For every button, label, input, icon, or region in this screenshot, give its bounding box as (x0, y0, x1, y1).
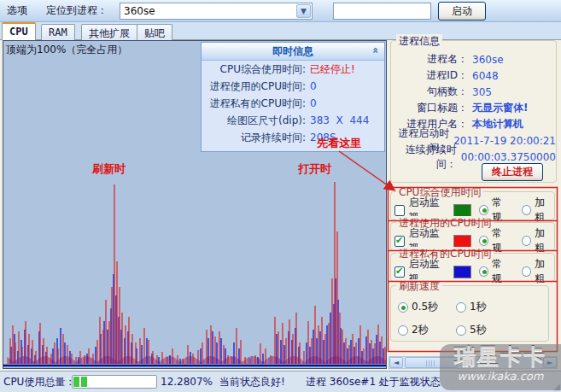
process-monitor-status: 进程 360se#1 处于监视状态 (306, 375, 441, 389)
scroll-left-icon[interactable]: ◄ (389, 357, 403, 368)
process-info-group: 进程信息 进程名：360se 进程ID：6048 句柄数：305 窗口标题：无显… (390, 40, 557, 183)
process-value: 6048 (468, 70, 499, 82)
menu-options[interactable]: 选项 (0, 2, 34, 20)
status-bar: CPU使用总量： 12.2807% 当前状态良好! 进程 360se#1 处于监… (0, 371, 561, 392)
radio-normal[interactable] (479, 266, 488, 277)
radio-2sec-label: 2秒 (412, 323, 429, 337)
process-path-input[interactable] (333, 3, 431, 20)
process-value: 305 (468, 86, 492, 98)
annotation-look-here: 先看这里 (317, 136, 361, 151)
series-color-swatch (453, 204, 471, 217)
info-label: CPU综合使用时间: (202, 62, 306, 77)
process-label: 进程名： (391, 52, 468, 67)
start-button[interactable]: 启动 (438, 2, 486, 20)
locate-process-label: 定位到进程： (46, 3, 108, 18)
process-label: 连续持续时间： (391, 143, 457, 172)
process-value: 360se (468, 54, 504, 66)
tab-other[interactable]: 其他扩展 (81, 24, 137, 40)
radio-halfsec-label: 0.5秒 (412, 300, 438, 314)
annotation-refresh-time: 刷新时 (92, 161, 126, 177)
monitor-group-private: 进程私有的CPU时间 启动监视 常规 加粗 (390, 253, 555, 282)
radio-1sec-label: 1秒 (470, 300, 487, 314)
toolbar: 选项 定位到进程： 360se ▼ 启动 (0, 0, 561, 22)
right-panel: 进程信息 进程名：360se 进程ID：6048 句柄数：305 窗口标题：无显… (389, 40, 561, 369)
instant-info-title: 即时信息 (272, 44, 313, 59)
status-message: 当前状态良好! (219, 375, 285, 389)
info-value: 0 (306, 97, 317, 109)
chevron-down-icon[interactable]: ▼ (296, 4, 311, 18)
collapse-icon[interactable]: « (370, 47, 382, 54)
radio-halfsec[interactable] (398, 302, 408, 313)
tab-cpu[interactable]: CPU (2, 22, 36, 40)
radio-normal-label: 常规 (492, 196, 510, 225)
horizontal-scrollbar[interactable]: ◄ ► (389, 356, 558, 369)
tab-ram[interactable]: RAM (41, 24, 75, 40)
terminate-process-button[interactable]: 终止进程 (482, 163, 543, 181)
radio-normal[interactable] (479, 236, 488, 246)
radio-2sec[interactable] (398, 325, 408, 336)
info-label: 绘图区尺寸(dip): (202, 114, 306, 128)
scrollbar-thumb[interactable] (405, 357, 458, 368)
series-color-swatch (453, 266, 471, 278)
instant-info-header: 即时信息 « (202, 43, 384, 61)
progress-segment (73, 377, 79, 387)
process-combobox-value: 360se (120, 5, 296, 17)
radio-bold-label: 加粗 (535, 226, 552, 255)
radio-5sec[interactable] (456, 325, 466, 336)
radio-5sec-label: 5秒 (470, 323, 487, 337)
process-value: 00:00:03.3750000 (457, 151, 556, 163)
process-value: 本地计算机 (468, 117, 523, 132)
progress-segment (81, 377, 87, 387)
process-label: 窗口标题： (391, 101, 468, 115)
tab-tieba[interactable]: 贴吧 (137, 24, 172, 40)
tab-bar: CPU RAM 其他扩展 贴吧 (0, 22, 561, 40)
scroll-right-icon[interactable]: ► (543, 357, 557, 368)
annotation-open-time: 打开时 (298, 161, 331, 177)
info-value: 0 (306, 80, 317, 92)
radio-bold[interactable] (522, 205, 531, 215)
cpu-percent: 12.2807% (161, 376, 213, 388)
cpu-usage-chart: 顶端为100%（完全占用） 即时信息 « CPU综合使用时间:已经停止! 进程使… (3, 40, 387, 369)
enable-monitor-checkbox[interactable] (394, 205, 405, 216)
process-value: 无显示窗体! (468, 101, 528, 115)
series-color-swatch (453, 235, 471, 248)
chart-top-note: 顶端为100%（完全占用） (6, 43, 127, 57)
radio-bold[interactable] (522, 266, 531, 277)
cpu-total-label: CPU使用总量： (3, 375, 75, 389)
radio-normal-label: 常规 (492, 257, 510, 286)
enable-monitor-checkbox[interactable] (394, 236, 405, 247)
radio-normal[interactable] (479, 205, 488, 215)
info-label: 记录持续时间: (202, 131, 306, 145)
radio-bold-label: 加粗 (535, 257, 552, 286)
info-label: 进程私有的CPU时间: (202, 97, 306, 111)
process-label: 句柄数： (391, 85, 468, 99)
refresh-speed-title: 刷新速度 (396, 279, 442, 294)
process-info-title: 进程信息 (396, 34, 442, 49)
radio-normal-label: 常规 (492, 226, 510, 255)
cpu-progressbar (72, 375, 157, 389)
radio-bold[interactable] (522, 236, 531, 246)
radio-bold-label: 加粗 (535, 196, 552, 225)
process-label: 进程ID： (391, 68, 468, 83)
enable-monitor-checkbox[interactable] (394, 266, 405, 278)
refresh-speed-group: 刷新速度 0.5秒 1秒 2秒 5秒 (390, 285, 549, 342)
info-value: 已经停止! (306, 62, 355, 77)
resize-grip[interactable]: ◢ (553, 382, 560, 391)
info-value: 383 X 444 (306, 114, 369, 126)
info-label: 进程使用的CPU时间: (202, 79, 306, 94)
radio-1sec[interactable] (456, 302, 466, 313)
process-value: 2011-7-19 20:00:21 (449, 135, 556, 147)
process-combobox[interactable]: 360se ▼ (120, 3, 313, 20)
app-window: 选项 定位到进程： 360se ▼ 启动 CPU RAM 其他扩展 贴吧 顶端为… (0, 0, 561, 392)
